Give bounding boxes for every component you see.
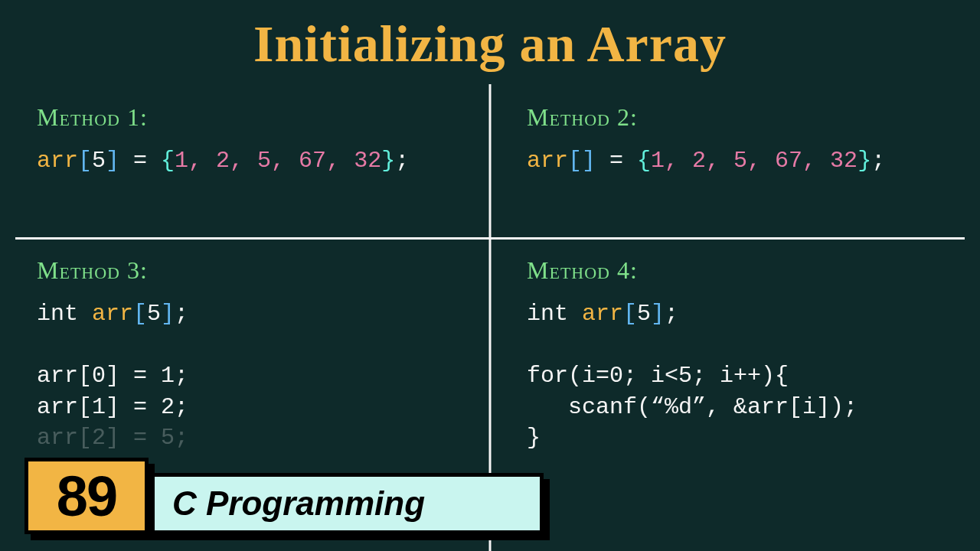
page-title: Initializing an Array (0, 0, 980, 74)
method-3-code: int arr[5]; arr[0] = 1; arr[1] = 2; arr[… (37, 298, 469, 454)
method-1-code: arr[5] = {1, 2, 5, 67, 32}; (37, 145, 469, 177)
method-4-label: Method 4: (527, 256, 943, 285)
method-3-label: Method 3: (37, 256, 469, 285)
series-badge: C Programming (145, 473, 544, 534)
method-4-cell: Method 4: int arr[5]; for(i=0; i<5; i++)… (490, 237, 965, 551)
method-4-code: int arr[5]; for(i=0; i<5; i++){ scanf(“%… (527, 298, 943, 454)
method-2-label: Method 2: (527, 103, 943, 132)
method-2-cell: Method 2: arr[] = {1, 2, 5, 67, 32}; (490, 84, 965, 237)
method-2-code: arr[] = {1, 2, 5, 67, 32}; (527, 145, 943, 177)
episode-number: 89 (57, 464, 116, 529)
method-1-cell: Method 1: arr[5] = {1, 2, 5, 67, 32}; (15, 84, 490, 237)
series-badge-text: C Programming (172, 484, 425, 523)
method-1-label: Method 1: (37, 103, 469, 132)
episode-badge: 89 (24, 458, 149, 534)
